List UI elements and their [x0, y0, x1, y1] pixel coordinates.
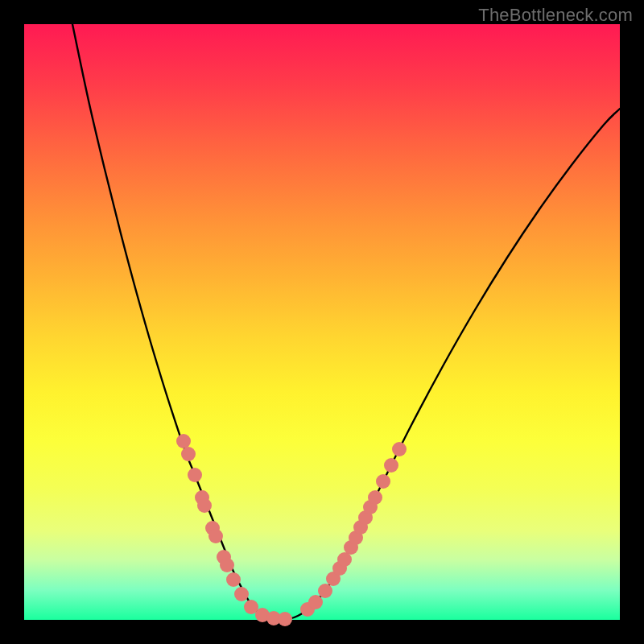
data-marker [392, 442, 407, 456]
data-marker [376, 474, 390, 489]
data-marker [181, 447, 196, 461]
data-marker [234, 587, 249, 601]
plot-area [24, 24, 620, 620]
data-marker [384, 458, 398, 473]
data-marker [308, 595, 323, 609]
data-marker [197, 498, 212, 513]
bottleneck-curve [72, 24, 620, 620]
data-marker [208, 529, 223, 543]
data-marker [176, 434, 191, 448]
watermark-text: TheBottleneck.com [478, 5, 633, 26]
data-marker [368, 490, 382, 505]
data-marker [278, 612, 292, 626]
marker-group [176, 434, 407, 626]
curve-svg [24, 24, 620, 620]
data-marker [188, 468, 202, 482]
data-marker [226, 572, 241, 587]
data-marker [318, 584, 332, 598]
chart-frame: TheBottleneck.com [0, 0, 644, 644]
data-marker [220, 558, 234, 572]
